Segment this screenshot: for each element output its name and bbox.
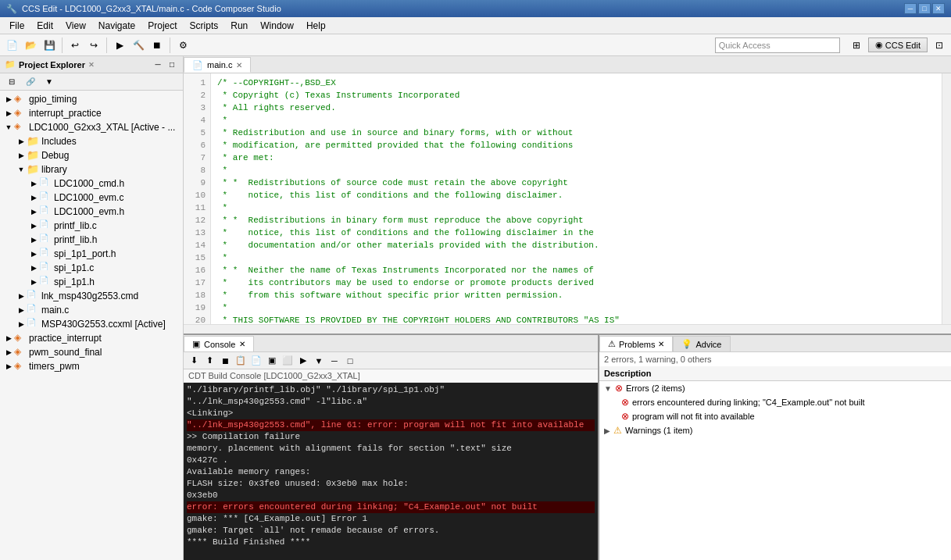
build-button[interactable]: 🔨 (130, 37, 147, 54)
ccs-edit-button[interactable]: ◉ CCS Edit (868, 37, 928, 52)
tree-item-debug[interactable]: ▶ 📁 Debug (0, 148, 183, 162)
toggle-lnk-cmd[interactable]: ▶ (16, 291, 27, 301)
tree-item-ldc-evm-h[interactable]: ▶ 📄 LDC1000_evm.h (0, 205, 183, 219)
toggle-ldc-cmd-h[interactable]: ▶ (28, 178, 39, 189)
console-copy-btn[interactable]: 📋 (234, 354, 248, 368)
toggle-includes[interactable]: ▶ (16, 136, 27, 147)
tree-item-printf-c[interactable]: ▶ 📄 printf_lib.c (0, 219, 183, 233)
toggle-printf-h[interactable]: ▶ (28, 234, 39, 245)
tab-close-icon[interactable]: ✕ (236, 61, 242, 70)
menu-navigate[interactable]: Navigate (92, 17, 141, 34)
warnings-toggle-icon[interactable]: ▶ (604, 426, 610, 435)
toggle-printf-c[interactable]: ▶ (28, 220, 39, 231)
console-maximize-btn[interactable]: □ (343, 354, 357, 368)
console-option1-btn[interactable]: ▣ (265, 354, 279, 368)
menu-project[interactable]: Project (141, 17, 183, 34)
tree-item-spi-port-h[interactable]: ▶ 📄 spi_1p1_port.h (0, 247, 183, 261)
toggle-ldc-evm-h[interactable]: ▶ (28, 206, 39, 217)
tree-item-practice[interactable]: ▶ ◈ practice_interrupt (0, 331, 183, 345)
tree-item-library[interactable]: ▼ 📁 library (0, 162, 183, 177)
toggle-main-c[interactable]: ▶ (16, 305, 27, 316)
menu-window[interactable]: Window (254, 17, 300, 34)
tree-item-printf-h[interactable]: ▶ 📄 printf_lib.h (0, 233, 183, 247)
link-button[interactable]: 🔗 (22, 73, 39, 91)
undo-button[interactable]: ↩ (66, 37, 84, 54)
sidebar-maximize-btn[interactable]: □ (166, 59, 178, 71)
code-content[interactable]: /* --COPYRIGHT--,BSD_EX * Copyright (c) … (211, 73, 942, 324)
console-paste-btn[interactable]: 📄 (249, 354, 263, 368)
minimize-button[interactable]: ─ (904, 3, 917, 14)
problems-error-1[interactable]: ⊗ errors encountered during linking; "C4… (599, 395, 951, 409)
maximize-button[interactable]: □ (918, 3, 931, 14)
redo-button[interactable]: ↪ (85, 37, 102, 54)
problems-error-2[interactable]: ⊗ program will not fit into available (599, 409, 951, 423)
errors-toggle-icon[interactable]: ▼ (604, 384, 612, 393)
tree-item-ldc-cmd-h[interactable]: ▶ 📄 LDC1000_cmd.h (0, 177, 183, 191)
save-button[interactable]: 💾 (41, 37, 58, 54)
toggle-ldc1000[interactable]: ▼ (3, 122, 14, 133)
editor-vscroll[interactable] (942, 73, 951, 324)
toggle-interrupt[interactable]: ▶ (3, 108, 14, 119)
toggle-spi-c[interactable]: ▶ (28, 262, 39, 273)
debug-button[interactable]: ▶ (111, 37, 128, 54)
menu-file[interactable]: File (3, 17, 30, 34)
console-minimize-btn[interactable]: ─ (327, 354, 341, 368)
tree-item-spi-c[interactable]: ▶ 📄 spi_1p1.c (0, 261, 183, 275)
menu-run[interactable]: Run (224, 17, 254, 34)
advice-icon: 💡 (681, 339, 692, 349)
toggle-pwm[interactable]: ▶ (3, 347, 14, 358)
tab-console[interactable]: ▣ Console ✕ (184, 336, 254, 351)
problems-tab-close[interactable]: ✕ (658, 340, 664, 348)
toggle-practice[interactable]: ▶ (3, 333, 14, 344)
menu-view[interactable]: View (59, 17, 92, 34)
tab-main-c[interactable]: 📄 main.c ✕ (184, 57, 251, 73)
toggle-library[interactable]: ▼ (16, 164, 27, 175)
menu-edit[interactable]: Edit (30, 17, 59, 34)
tree-item-ldc-evm-c[interactable]: ▶ 📄 LDC1000_evm.c (0, 191, 183, 205)
tree-item-lnk-cmd[interactable]: ▶ 📄 lnk_msp430g2553.cmd (0, 289, 183, 303)
toggle-debug[interactable]: ▶ (16, 150, 27, 161)
new-button[interactable]: 📄 (3, 37, 20, 54)
tree-item-pwm[interactable]: ▶ ◈ pwm_sound_final (0, 345, 183, 359)
tree-item-includes[interactable]: ▶ 📁 Includes (0, 134, 183, 148)
console-tab-close[interactable]: ✕ (239, 340, 245, 348)
console-option2-btn[interactable]: ⬜ (281, 354, 295, 368)
tree-item-ldc1000[interactable]: ▼ ◈ LDC1000_G2xx3_XTAL [Active - ... (0, 120, 183, 134)
tree-item-interrupt[interactable]: ▶ ◈ interrupt_practice (0, 106, 183, 120)
step-button[interactable]: ⚙ (174, 37, 191, 54)
open-button[interactable]: 📂 (22, 37, 39, 54)
tree-item-main-c[interactable]: ▶ 📄 main.c (0, 303, 183, 317)
sidebar-minimize-btn[interactable]: ─ (152, 59, 164, 71)
tree-item-timers[interactable]: ▶ ◈ timers_pwm (0, 359, 183, 373)
problems-errors-group[interactable]: ▼ ⊗ Errors (2 items) (599, 381, 951, 395)
console-menu-btn[interactable]: ▼ (312, 354, 326, 368)
tree-item-spi-h[interactable]: ▶ 📄 spi_1p1.h (0, 275, 183, 289)
menu-scripts[interactable]: Scripts (184, 17, 225, 34)
menu-help[interactable]: Help (300, 17, 332, 34)
close-button[interactable]: ✕ (932, 3, 945, 14)
editor-hscroll[interactable] (184, 324, 951, 334)
restore-button[interactable]: ⊞ (848, 37, 865, 54)
tree-item-ccxml[interactable]: ▶ 📄 MSP430G2553.ccxml [Active] (0, 317, 183, 331)
console-content[interactable]: "./library/printf_lib.obj" "./library/sp… (184, 383, 598, 560)
console-up-btn[interactable]: ⬆ (202, 354, 216, 368)
stop-button[interactable]: ⏹ (148, 37, 166, 54)
toggle-ccxml[interactable]: ▶ (16, 319, 27, 330)
toggle-spi-h[interactable]: ▶ (28, 276, 39, 287)
sidebar-menu-button[interactable]: ▼ (41, 73, 58, 91)
console-clear-btn[interactable]: ⬇ (187, 354, 201, 368)
console-stop-btn[interactable]: ⏹ (218, 354, 232, 368)
toggle-timers[interactable]: ▶ (3, 361, 14, 372)
problems-warnings-group[interactable]: ▶ ⚠ Warnings (1 item) (599, 423, 951, 437)
toggle-ldc-evm-c[interactable]: ▶ (28, 192, 39, 203)
collapse-all-button[interactable]: ⊟ (3, 73, 20, 91)
tab-advice[interactable]: 💡 Advice (673, 336, 730, 351)
tree-item-gpio-timing[interactable]: ▶ ◈ gpio_timing (0, 92, 183, 106)
toggle-gpio-timing[interactable]: ▶ (3, 94, 14, 105)
tab-problems[interactable]: ⚠ Problems ✕ (599, 336, 673, 351)
toggle-spi-port-h[interactable]: ▶ (28, 248, 39, 259)
perspective-button[interactable]: ⊡ (931, 37, 948, 54)
quick-access-input[interactable]: Quick Access (715, 37, 840, 53)
editor-content[interactable]: 1234567891011121314151617181920 /* --COP… (184, 73, 951, 324)
console-option3-btn[interactable]: ▶ (296, 354, 310, 368)
